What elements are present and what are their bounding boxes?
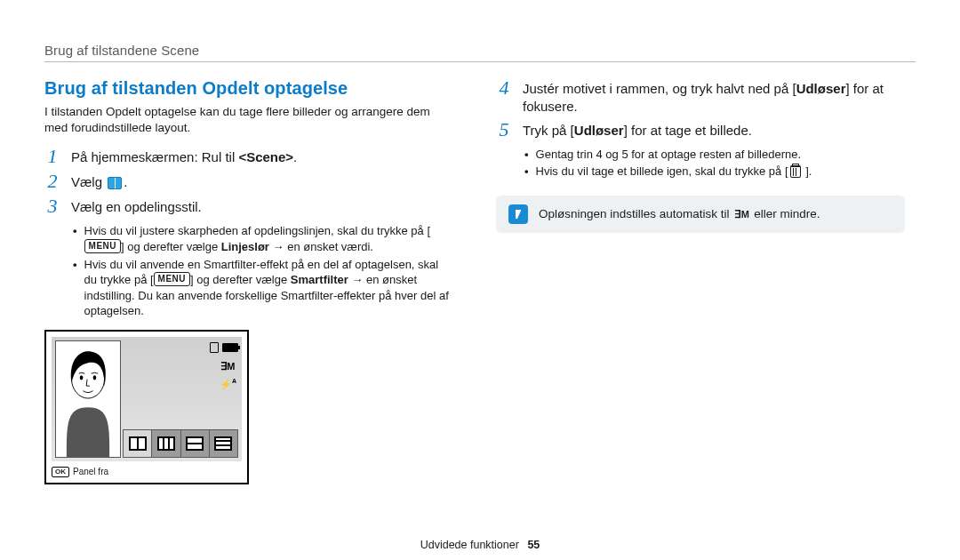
menu-button-icon: MENU bbox=[154, 272, 190, 286]
step-number: 2 bbox=[44, 172, 60, 191]
info-icon bbox=[508, 204, 528, 224]
step-body: Vælg en opdelingsstil. bbox=[71, 198, 453, 218]
portrait-silhouette-icon bbox=[56, 341, 120, 457]
section-title: Brug af tilstanden Opdelt optagelse bbox=[44, 78, 453, 99]
layout-option-2row[interactable] bbox=[181, 430, 210, 457]
camera-lcd-mock: ∃M ⚡A bbox=[44, 330, 249, 484]
step-3: 3 Vælg en opdelingsstil. bbox=[44, 198, 453, 218]
running-head: Brug af tilstandene Scene bbox=[44, 43, 916, 58]
right-column: 4 Justér motivet i rammen, og tryk halvt… bbox=[496, 78, 905, 484]
step-number: 4 bbox=[496, 78, 512, 115]
bullet-item: • Hvis du vil anvende en Smartfilter-eff… bbox=[73, 257, 453, 319]
step-body: Tryk på [Udløser] for at tage et billede… bbox=[523, 122, 905, 141]
panel-off-label: Panel fra bbox=[73, 467, 108, 476]
ok-button-icon: OK bbox=[52, 467, 69, 477]
step-body: På hjemmeskærmen: Rul til <Scene>. bbox=[71, 148, 453, 168]
step-number: 1 bbox=[44, 147, 60, 166]
step-body: Justér motivet i rammen, og tryk halvt n… bbox=[523, 80, 905, 116]
step-5: 5 Tryk på [Udløser] for at tage et bille… bbox=[496, 122, 905, 141]
layout-option-3col[interactable] bbox=[152, 430, 180, 457]
menu-button-icon: MENU bbox=[84, 239, 121, 253]
left-column: Brug af tilstanden Opdelt optagelse I ti… bbox=[44, 78, 453, 484]
step-1: 1 På hjemmeskærmen: Rul til <Scene>. bbox=[44, 148, 453, 168]
content-columns: Brug af tilstanden Opdelt optagelse I ti… bbox=[44, 78, 916, 484]
lcd-left-pane-portrait bbox=[55, 340, 121, 458]
split-shot-icon bbox=[108, 177, 122, 189]
step-5-bullets: • Gentag trin 4 og 5 for at optage reste… bbox=[524, 147, 905, 180]
layout-2col-icon bbox=[129, 436, 147, 451]
manual-page: Brug af tilstandene Scene Brug af tilsta… bbox=[0, 0, 960, 560]
intro-paragraph: I tilstanden Opdelt optagelse kan du tag… bbox=[44, 104, 453, 136]
lcd-right-indicators: ∃M ⚡A bbox=[219, 360, 236, 390]
page-number: 55 bbox=[527, 539, 540, 551]
battery-icon bbox=[222, 343, 238, 352]
trash-icon bbox=[790, 165, 801, 178]
bullet-item: • Hvis du vil tage et billede igen, skal… bbox=[524, 164, 905, 180]
bullet-item: • Hvis du vil justere skarpheden af opde… bbox=[73, 223, 453, 254]
layout-3col-icon bbox=[157, 436, 175, 451]
step-number: 3 bbox=[44, 196, 60, 216]
lcd-screen: ∃M ⚡A bbox=[52, 337, 242, 461]
footer-section: Udvidede funktioner bbox=[420, 539, 519, 551]
layout-option-2col[interactable] bbox=[124, 430, 152, 457]
page-footer: Udvidede funktioner 55 bbox=[0, 539, 960, 551]
step-body: Vælg . bbox=[71, 173, 453, 193]
step-number: 5 bbox=[496, 120, 512, 140]
layout-2row-icon bbox=[186, 436, 204, 451]
step-3-bullets: • Hvis du vil justere skarpheden af opde… bbox=[73, 223, 453, 318]
flash-auto-icon: ⚡A bbox=[220, 378, 236, 390]
step-2: 2 Vælg . bbox=[44, 173, 453, 193]
resolution-3m-icon: ∃M bbox=[734, 208, 748, 220]
lcd-layout-option-bar bbox=[123, 429, 238, 458]
layout-option-3row[interactable] bbox=[210, 430, 237, 457]
lcd-footer-caption: OK Panel fra bbox=[52, 465, 242, 479]
card-icon bbox=[210, 342, 219, 353]
step-4: 4 Justér motivet i rammen, og tryk halvt… bbox=[496, 80, 905, 116]
info-text: Opløsningen indstilles automatisk til ∃M… bbox=[539, 207, 820, 220]
svg-point-3 bbox=[93, 375, 97, 380]
bullet-item: • Gentag trin 4 og 5 for at optage reste… bbox=[524, 147, 905, 163]
resolution-3m-icon: ∃M bbox=[220, 360, 235, 372]
svg-point-2 bbox=[80, 375, 84, 380]
info-callout: Opløsningen indstilles automatisk til ∃M… bbox=[496, 196, 905, 233]
header-rule bbox=[44, 61, 916, 62]
layout-3row-icon bbox=[214, 436, 232, 451]
